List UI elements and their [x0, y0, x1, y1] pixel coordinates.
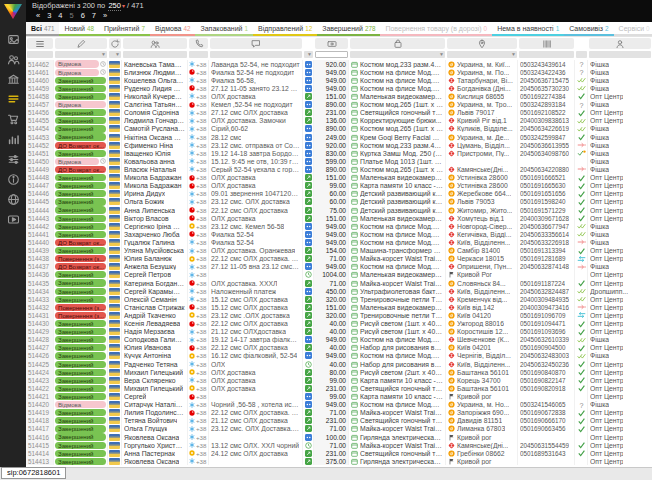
status-badge[interactable]: ДО Возврат ок...: [55, 239, 106, 246]
sidebar-item-stats[interactable]: [0, 129, 26, 149]
filter-tstat[interactable]: [576, 51, 587, 58]
ttn-number[interactable]: 20450635730230: [520, 85, 569, 92]
order-row[interactable]: 514428 Завершений Солодкова Галина В... …: [26, 336, 652, 344]
order-row[interactable]: 514450 Відмова Ковальова анна +38 15.12.…: [26, 157, 652, 165]
order-row[interactable]: 514431 Повернення (з... Андрій Ткаченко …: [26, 311, 652, 319]
sidebar-item-info[interactable]: [0, 169, 26, 189]
tab-5[interactable]: Відправлений 12: [253, 22, 317, 36]
status-badge[interactable]: ДО Возврат ок...: [55, 142, 106, 149]
ttn-number[interactable]: 20450632610339: [520, 336, 569, 343]
client-name[interactable]: Захарченко Люба: [124, 231, 180, 238]
status-badge[interactable]: Завершений: [55, 125, 106, 132]
order-row[interactable]: 514427 Завершений Юлия Иванова +38 22.12…: [26, 344, 652, 352]
client-name[interactable]: Микола Бадражан: [124, 174, 182, 181]
column-header-name[interactable]: [123, 38, 187, 49]
order-row[interactable]: 514435 Завершений Катерина Богданова +38…: [26, 279, 652, 287]
status-badge[interactable]: Відмова: [55, 69, 99, 76]
client-name[interactable]: Солодкова Галина В...: [124, 336, 185, 343]
order-row[interactable]: 514416 Завершений Яковлева Оксана +38 10…: [26, 433, 652, 441]
ttn-number[interactable]: 20450634226619: [520, 125, 569, 132]
client-name[interactable]: Михаил Гилецький: [124, 369, 183, 376]
status-badge[interactable]: ДО Возврат ок...: [55, 263, 106, 270]
client-name[interactable]: Тетяна Войтович: [124, 417, 177, 424]
order-row[interactable]: 514449 ДО Возврат ок... Власюк Наталья +…: [26, 165, 652, 173]
client-name[interactable]: Близнюк Людмила ...: [124, 69, 185, 76]
pager-page-5[interactable]: 5: [70, 11, 74, 20]
client-name[interactable]: Станіслав Стрижак: [124, 304, 185, 311]
ttn-number[interactable]: 20450633226918: [520, 239, 569, 246]
order-row[interactable]: 514445 Завершений Ольга Божик +38 23.12 …: [26, 198, 652, 206]
status-badge[interactable]: Завершений: [55, 85, 106, 92]
client-name[interactable]: Соломія Сідоніна: [124, 109, 179, 116]
order-row[interactable]: 514446 Завершений Ирина Дидух +38 09.01 …: [26, 190, 652, 198]
client-name[interactable]: Уляна Мусійовська: [124, 247, 184, 254]
sidebar-item-cards[interactable]: [0, 29, 26, 49]
order-row[interactable]: 514439 Завершений Уляна Мусійовська +38 …: [26, 247, 652, 255]
per-page-dropdown[interactable]: 250: [108, 1, 121, 11]
status-badge[interactable]: Завершений: [55, 433, 106, 440]
client-name[interactable]: Ковальова анна: [124, 158, 175, 165]
tab-3[interactable]: Відмова 42: [150, 22, 196, 36]
pager-last-button[interactable]: »: [103, 11, 107, 20]
status-badge[interactable]: Завершений: [55, 296, 106, 303]
order-row[interactable]: 514454 Завершений Самотій Руслана Во... …: [26, 125, 652, 133]
client-name[interactable]: Яковлева Оксана: [124, 458, 179, 465]
status-badge[interactable]: Завершений: [55, 77, 106, 84]
client-name[interactable]: Николай Кучеренко: [124, 93, 185, 100]
ttn-number[interactable]: 0503243439614: [520, 61, 566, 68]
status-badge[interactable]: Відмова: [55, 101, 106, 108]
order-row[interactable]: 514415 Завершений Горгулько Христина... …: [26, 441, 652, 449]
pager-page-7[interactable]: 7: [92, 11, 96, 20]
ttn-number[interactable]: 20450631554459: [520, 442, 569, 449]
status-badge[interactable]: Завершений: [55, 328, 106, 335]
client-name[interactable]: Нікітіна Оксана Дми...: [124, 134, 185, 141]
filter-product[interactable]: ▼: [350, 51, 445, 58]
client-name[interactable]: Самотій Руслана Во...: [124, 125, 185, 132]
column-header-ttn[interactable]: [519, 38, 574, 49]
ttn-number[interactable]: 20400309484935: [520, 296, 569, 303]
ttn-number[interactable]: 20450632824487: [520, 288, 569, 295]
ttn-number[interactable]: 0501689531643: [520, 450, 566, 457]
order-row[interactable]: 514462 Відмова Каневська Тамара ... +38 …: [26, 60, 652, 68]
client-name[interactable]: Надія Мерзаєва: [124, 328, 175, 335]
sidebar-item-clients[interactable]: [0, 49, 26, 69]
ttn-number[interactable]: 0501691096709: [520, 312, 566, 319]
order-row[interactable]: 514447 Завершений Микола Бадражан +38 ОЛ…: [26, 182, 652, 190]
order-row[interactable]: 514413 Завершений Яковлева Оксана +38 37…: [26, 457, 652, 465]
order-row[interactable]: 514441 Завершений Захарченко Люба +38 Фи…: [26, 230, 652, 238]
ttn-number[interactable]: 20450633356614: [520, 231, 569, 238]
client-name[interactable]: Кучук Антоніна: [124, 352, 171, 359]
column-header-supplier[interactable]: [589, 38, 651, 49]
order-row[interactable]: 514456 Завершений Соломія Сідоніна +38 2…: [26, 109, 652, 117]
status-badge[interactable]: Завершений: [55, 182, 106, 189]
column-header-status[interactable]: [55, 38, 107, 49]
order-row[interactable]: 514457 Відмова Салєгіна Татьяна С... +38…: [26, 101, 652, 109]
client-name[interactable]: Юлия Баланюк: [124, 255, 172, 262]
order-row[interactable]: 514452 ДО Возврат ок... Єфименко Ніна +3…: [26, 141, 652, 149]
order-row[interactable]: 514418 Завершений Тетяна Войтович +38 21…: [26, 417, 652, 425]
status-badge[interactable]: Завершений: [55, 369, 106, 376]
order-row[interactable]: 514458 Завершений Николай Кучеренко +38 …: [26, 92, 652, 100]
status-badge[interactable]: Завершений: [55, 109, 106, 116]
ttn-number[interactable]: 0501691666521: [520, 174, 566, 181]
status-badge[interactable]: Завершений: [55, 271, 106, 278]
ttn-number[interactable]: 0501691598240: [520, 198, 566, 205]
column-header-price[interactable]: [315, 38, 348, 49]
filter-ttn[interactable]: [519, 51, 574, 58]
column-header-op[interactable]: [189, 38, 208, 49]
client-name[interactable]: Іващенко Юлія: [124, 150, 171, 157]
filter-supplier[interactable]: [589, 51, 651, 58]
status-badge[interactable]: Завершений: [55, 442, 106, 449]
ttn-number[interactable]: 0501691093696: [520, 328, 566, 335]
order-row[interactable]: 514422 Завершений Михаил Гилецький +38 О…: [26, 384, 652, 392]
ttn-number[interactable]: 0503242893184: [520, 101, 566, 108]
ttn-number[interactable]: 0501691571229: [520, 207, 566, 214]
ttn-number[interactable]: 20450632483003: [520, 352, 569, 359]
status-badge[interactable]: Завершений: [55, 344, 106, 351]
client-name[interactable]: Сергей Петров: [124, 271, 171, 278]
status-badge[interactable]: Повернення (з...: [55, 304, 106, 311]
column-header-flag[interactable]: [109, 38, 121, 49]
client-name[interactable]: Ольга Божик: [124, 198, 164, 205]
filter-market[interactable]: ▼: [304, 51, 313, 58]
pager-page-6[interactable]: 6: [81, 11, 85, 20]
